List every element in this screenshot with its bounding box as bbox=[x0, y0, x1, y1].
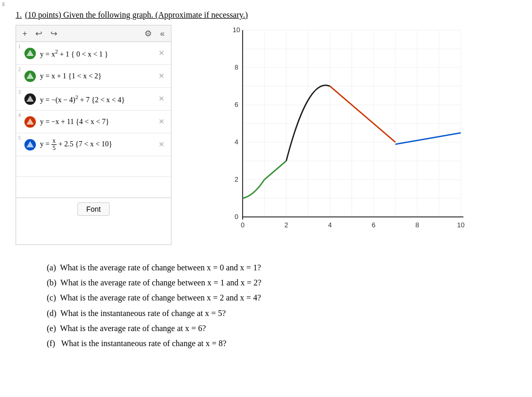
question-d: (d) What is the instantaneous rate of ch… bbox=[47, 306, 516, 320]
svg-text:0: 0 bbox=[241, 221, 244, 229]
font-button-row: Font bbox=[16, 198, 171, 220]
row-number-2: 2 bbox=[18, 66, 21, 72]
svg-text:4: 4 bbox=[328, 221, 331, 229]
questions-section: (a) What is the average rate of change b… bbox=[16, 261, 516, 350]
row-number-4: 4 bbox=[18, 112, 21, 118]
equation-text-3: y = −(x − 4)2 + 7 {2 < x < 4} bbox=[40, 94, 156, 104]
font-button[interactable]: Font bbox=[77, 202, 110, 216]
delete-equation-5[interactable]: ✕ bbox=[156, 140, 167, 149]
svg-rect-0 bbox=[222, 25, 471, 243]
row-number-5: 5 bbox=[18, 135, 21, 141]
color-icon-4[interactable] bbox=[24, 116, 36, 128]
add-equation-button[interactable]: + bbox=[20, 28, 29, 39]
svg-text:10: 10 bbox=[233, 26, 240, 34]
equation-text-2: y = x + 1 {1 < x < 2} bbox=[40, 72, 156, 80]
equation-row-3: 3 y = −(x − 4)2 + 7 {2 < x < 4} ✕ bbox=[16, 88, 171, 111]
graph-panel: 0 2 4 6 8 10 0 2 4 6 8 10 bbox=[177, 25, 516, 245]
collapse-button[interactable]: « bbox=[158, 28, 167, 39]
delete-equation-1[interactable]: ✕ bbox=[156, 49, 167, 58]
empty-row-7: 7 bbox=[16, 177, 171, 198]
delete-equation-2[interactable]: ✕ bbox=[156, 72, 167, 80]
question-a: (a) What is the average rate of change b… bbox=[47, 261, 516, 275]
problem-title: (10 points) Given the following graph. (… bbox=[25, 10, 248, 20]
svg-text:8: 8 bbox=[234, 63, 238, 71]
color-icon-3[interactable] bbox=[24, 93, 36, 105]
question-b: (b) What is the average rate of change b… bbox=[47, 276, 516, 290]
svg-text:10: 10 bbox=[457, 221, 464, 229]
delete-equation-4[interactable]: ✕ bbox=[156, 117, 167, 126]
question-e: (e) What is the average rate of change a… bbox=[47, 321, 516, 335]
color-icon-1[interactable] bbox=[24, 48, 36, 59]
color-icon-5[interactable] bbox=[24, 139, 36, 150]
equation-text-1: y = x2 + 1 { 0 < x < 1 } bbox=[40, 48, 156, 59]
svg-text:0: 0 bbox=[234, 213, 238, 221]
question-f: (f) What is the instantaneous rate of ch… bbox=[47, 336, 516, 350]
svg-text:2: 2 bbox=[284, 221, 288, 229]
equation-text-5: y = x5 + 2.5 {7 < x < 10} bbox=[40, 138, 156, 152]
equation-text-4: y = −x + 11 {4 < x < 7} bbox=[40, 118, 156, 126]
question-c: (c) What is the average rate of change b… bbox=[47, 291, 516, 305]
empty-row-6: 6 bbox=[16, 156, 171, 177]
settings-button[interactable]: ⚙ bbox=[142, 28, 154, 39]
panel-toolbar: + ↩ ↪ ⚙ « bbox=[16, 25, 171, 42]
equation-row-1: 1 y = x2 + 1 { 0 < x < 1 } ✕ bbox=[16, 42, 171, 65]
row-number-1: 1 bbox=[18, 44, 21, 49]
undo-button[interactable]: ↩ bbox=[33, 28, 44, 39]
color-icon-2[interactable] bbox=[24, 71, 36, 82]
main-content: + ↩ ↪ ⚙ « 1 y = x2 + 1 { 0 < x < 1 } ✕ 2 bbox=[16, 25, 516, 245]
graph-svg: 0 2 4 6 8 10 0 2 4 6 8 10 bbox=[177, 25, 516, 243]
equation-row-5: 5 y = x5 + 2.5 {7 < x < 10} ✕ bbox=[16, 133, 171, 156]
row-number-3: 3 bbox=[18, 89, 21, 95]
equation-row-2: 2 y = x + 1 {1 < x < 2} ✕ bbox=[16, 65, 171, 88]
svg-text:4: 4 bbox=[234, 138, 238, 146]
svg-text:6: 6 bbox=[371, 221, 375, 229]
equation-panel: + ↩ ↪ ⚙ « 1 y = x2 + 1 { 0 < x < 1 } ✕ 2 bbox=[16, 25, 171, 245]
svg-text:8: 8 bbox=[415, 221, 419, 229]
equation-row-4: 4 y = −x + 11 {4 < x < 7} ✕ bbox=[16, 111, 171, 133]
problem-header: 1. (10 points) Given the following graph… bbox=[16, 10, 516, 20]
svg-text:2: 2 bbox=[234, 175, 238, 183]
delete-equation-3[interactable]: ✕ bbox=[156, 94, 167, 103]
svg-text:6: 6 bbox=[234, 101, 238, 108]
redo-button[interactable]: ↪ bbox=[48, 28, 59, 39]
problem-number: 1. bbox=[16, 10, 22, 20]
